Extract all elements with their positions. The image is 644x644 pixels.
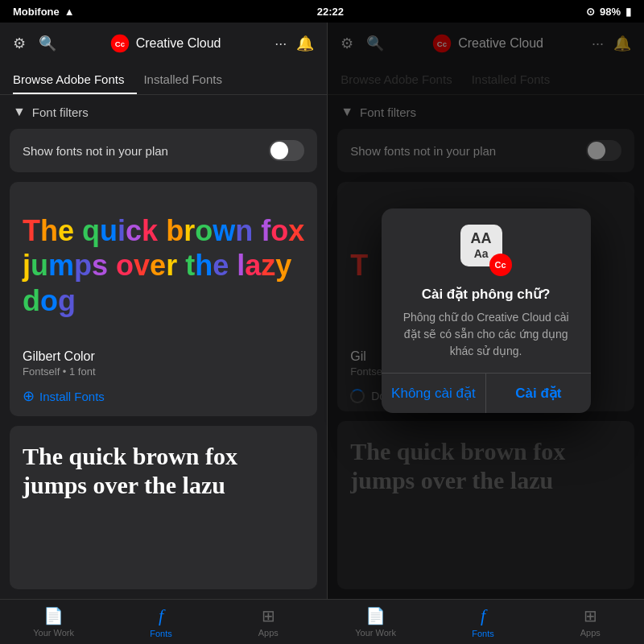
left-font-info: Gilbert Color Fontself • 1 font xyxy=(10,343,317,381)
left-nav-section: 📄 Your Work f Fonts ⊞ Apps xyxy=(0,600,322,644)
left-topbar-right: ··· 🔔 xyxy=(275,35,314,52)
filter-label-left: Font filters xyxy=(32,105,89,119)
left-white-text-preview: The quick brown fox jumps over the lazu xyxy=(10,426,317,516)
dialog-body: AAAa Cc Cài đặt phông chữ? Phông chữ do … xyxy=(382,208,591,373)
status-left: Mobifone ▲ xyxy=(13,6,75,18)
status-time: 22:22 xyxy=(317,6,344,18)
left-toggle-row: Show fonts not in your plan xyxy=(10,129,317,172)
creative-cloud-badge-icon: Cc xyxy=(489,254,512,276)
dialog-title: Cài đặt phông chữ? xyxy=(394,286,578,303)
tab-installed-fonts-left[interactable]: Installed Fonts xyxy=(143,64,235,94)
left-top-bar: ⚙ 🔍 Cc Creative Cloud ··· 🔔 xyxy=(0,23,327,64)
nav-item-apps-right[interactable]: ⊞ Apps xyxy=(537,600,644,644)
left-toggle-label: Show fonts not in your plan xyxy=(23,144,168,158)
left-topbar-left: ⚙ 🔍 xyxy=(13,35,56,52)
left-app-title: Creative Cloud xyxy=(136,36,221,51)
filter-icon-left: ▼ xyxy=(13,105,26,119)
gear-button[interactable]: ⚙ xyxy=(13,35,26,52)
apps-icon-left: ⊞ xyxy=(262,606,275,625)
search-button[interactable]: 🔍 xyxy=(39,35,56,52)
left-app-title-area: Cc Creative Cloud xyxy=(110,34,221,53)
wifi-icon: ▲ xyxy=(64,6,75,18)
ellipsis-button-left[interactable]: ··· xyxy=(275,35,287,52)
status-right: ⊙ 98% ▮ xyxy=(586,6,631,18)
dialog-confirm-button[interactable]: Cài đặt xyxy=(486,374,591,413)
apps-label-right: Apps xyxy=(580,628,601,638)
left-font-meta: Fontself • 1 font xyxy=(23,365,304,378)
fonts-label-right: Fonts xyxy=(472,629,494,638)
right-nav-section: 📄 Your Work f Fonts ⊞ Apps xyxy=(322,600,644,644)
carrier-text: Mobifone xyxy=(13,6,60,18)
your-work-icon-right: 📄 xyxy=(365,606,386,625)
left-font-name: Gilbert Color xyxy=(23,349,304,364)
bell-button-left[interactable]: 🔔 xyxy=(296,35,314,52)
dialog-icon-area: AAAa Cc xyxy=(394,225,578,276)
left-colorful-text: The quick brown fox jumps over the lazy … xyxy=(23,213,304,318)
svg-text:Cc: Cc xyxy=(115,39,126,48)
install-font-dialog: AAAa Cc Cài đặt phông chữ? Phông chữ do … xyxy=(382,208,591,413)
dialog-buttons: Không cài đặt Cài đặt xyxy=(382,373,591,413)
fonts-label-left: Fonts xyxy=(150,629,172,638)
dialog-cancel-button[interactable]: Không cài đặt xyxy=(382,374,487,413)
fonts-icon-left: f xyxy=(159,605,163,626)
left-toggle-switch[interactable] xyxy=(269,140,304,161)
apps-label-left: Apps xyxy=(258,628,279,638)
left-filter-bar: ▼ Font filters xyxy=(0,95,327,129)
plus-icon: ⊕ xyxy=(23,387,35,405)
install-fonts-button-left[interactable]: ⊕ Install Fonts xyxy=(10,381,118,416)
nav-item-your-work-right[interactable]: 📄 Your Work xyxy=(322,600,429,644)
apps-icon-right: ⊞ xyxy=(584,606,597,625)
nav-item-fonts-right[interactable]: f Fonts xyxy=(429,600,536,644)
install-label-left: Install Fonts xyxy=(39,390,105,403)
bottom-navigation: 📄 Your Work f Fonts ⊞ Apps 📄 Your Work f… xyxy=(0,599,644,644)
battery-text: 98% xyxy=(600,6,621,18)
gps-icon: ⊙ xyxy=(586,6,595,18)
right-panel-overlay: AAAa Cc Cài đặt phông chữ? Phông chữ do … xyxy=(328,23,644,599)
fonts-icon-right: f xyxy=(481,605,485,626)
status-bar: Mobifone ▲ 22:22 ⊙ 98% ▮ xyxy=(0,0,644,23)
left-panel: ⚙ 🔍 Cc Creative Cloud ··· 🔔 Browse Adobe… xyxy=(0,23,328,599)
nav-item-your-work-left[interactable]: 📄 Your Work xyxy=(0,600,107,644)
left-font-card-2: The quick brown fox jumps over the lazu xyxy=(10,426,317,589)
tab-browse-fonts-left[interactable]: Browse Adobe Fonts xyxy=(13,64,137,94)
panels-container: ⚙ 🔍 Cc Creative Cloud ··· 🔔 Browse Adobe… xyxy=(0,23,644,599)
dialog-message: Phông chữ do Creative Cloud cài đặt sẽ c… xyxy=(394,309,578,360)
nav-item-fonts-left[interactable]: f Fonts xyxy=(107,600,214,644)
your-work-label-left: Your Work xyxy=(33,628,74,638)
your-work-label-right: Your Work xyxy=(355,628,396,638)
left-font-preview: The quick brown fox jumps over the lazy … xyxy=(10,182,317,343)
left-tabs: Browse Adobe Fonts Installed Fonts xyxy=(0,64,327,95)
dialog-icon-stack: AAAa Cc xyxy=(460,225,512,276)
right-panel: ⚙ 🔍 Cc Creative Cloud ··· 🔔 Browse Adobe… xyxy=(328,23,644,599)
your-work-icon-left: 📄 xyxy=(43,606,64,625)
adobe-logo-icon: Cc xyxy=(110,34,130,53)
nav-item-apps-left[interactable]: ⊞ Apps xyxy=(215,600,322,644)
left-font-card-gilbert: The quick brown fox jumps over the lazy … xyxy=(10,182,317,416)
battery-icon: ▮ xyxy=(625,6,631,18)
